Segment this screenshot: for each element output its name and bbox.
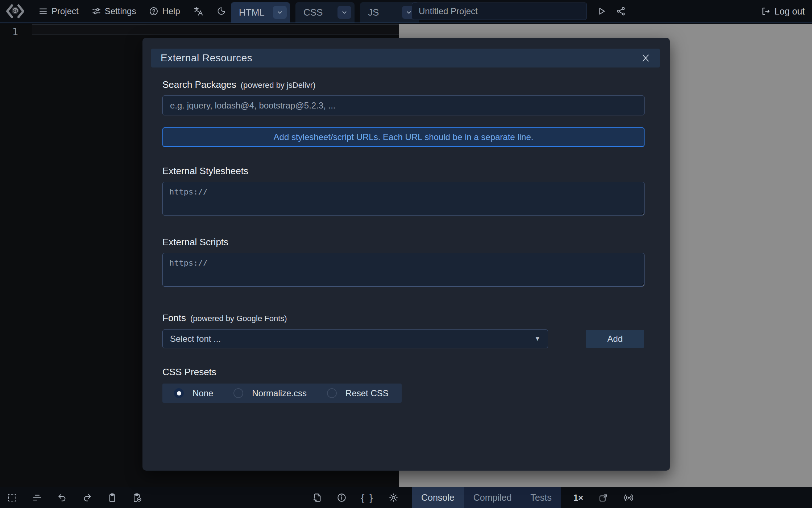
preset-option-none[interactable]: None	[174, 388, 213, 398]
modal-title: External Resources	[161, 52, 641, 64]
hamburger-menu-icon	[38, 7, 48, 16]
open-window-icon[interactable]	[598, 493, 608, 503]
tab-js-label: JS	[368, 7, 379, 18]
external-scripts-textarea[interactable]	[162, 253, 645, 287]
preset-option-reset[interactable]: Reset CSS	[327, 388, 389, 398]
external-stylesheets-label: External Stylesheets	[162, 165, 248, 177]
run-icon[interactable]	[596, 6, 606, 16]
zoom-level[interactable]: 1×	[573, 493, 583, 503]
tab-console[interactable]: Console	[412, 487, 464, 508]
close-icon[interactable]	[641, 53, 650, 63]
radio-icon[interactable]	[233, 388, 243, 398]
search-packages-hint: (powered by jsDelivr)	[241, 81, 316, 90]
app-logo-icon[interactable]	[5, 3, 25, 20]
preset-label: None	[192, 388, 213, 398]
help-icon	[149, 7, 158, 16]
radio-selected-icon[interactable]	[174, 388, 184, 398]
external-resources-modal: External Resources Search Packages (powe…	[142, 38, 670, 471]
dark-mode-moon-icon[interactable]	[216, 7, 226, 16]
project-title-input[interactable]	[412, 3, 587, 20]
tab-tests[interactable]: Tests	[521, 487, 561, 508]
settings-sliders-icon	[92, 7, 101, 16]
add-font-button[interactable]: Add	[586, 330, 644, 348]
broadcast-icon[interactable]	[624, 492, 634, 503]
logout-icon	[761, 7, 770, 16]
share-icon[interactable]	[616, 6, 626, 16]
preset-option-normalize[interactable]: Normalize.css	[233, 388, 307, 398]
info-icon[interactable]	[337, 493, 347, 503]
settings-menu-label: Settings	[105, 6, 136, 16]
tab-css-label: CSS	[303, 7, 323, 18]
clipboard-icon[interactable]	[107, 493, 117, 503]
undo-icon[interactable]	[57, 493, 67, 503]
settings-menu[interactable]: Settings	[92, 6, 136, 16]
chevron-down-icon[interactable]	[273, 6, 287, 19]
font-select[interactable]: Select font ... ▼	[162, 329, 548, 348]
tab-js[interactable]: JS	[360, 2, 419, 22]
editor-line-number: 1	[8, 26, 22, 37]
status-bar: { } Console Compiled Tests 1×	[0, 487, 812, 508]
fonts-hint: (powered by Google Fonts)	[190, 314, 287, 323]
search-packages-label: Search Packages	[162, 79, 236, 90]
logout-label: Log out	[775, 6, 805, 17]
translate-icon[interactable]	[193, 6, 203, 16]
modal-header: External Resources	[151, 49, 660, 67]
preset-label: Reset CSS	[345, 388, 389, 398]
braces-icon[interactable]: { }	[361, 492, 374, 504]
external-stylesheets-textarea[interactable]	[162, 182, 645, 216]
font-select-value: Select font ...	[170, 334, 221, 344]
caret-down-icon: ▼	[534, 335, 540, 343]
editor-current-line[interactable]	[32, 24, 403, 35]
tab-html[interactable]: HTML	[231, 2, 290, 22]
chevron-down-icon[interactable]	[337, 6, 351, 19]
css-presets-label: CSS Presets	[162, 366, 216, 378]
paste-icon[interactable]	[132, 493, 142, 503]
top-bar: Project Settings Help	[0, 0, 812, 23]
css-presets-group: None Normalize.css Reset CSS	[162, 384, 402, 403]
help-menu[interactable]: Help	[149, 6, 180, 16]
file-link-icon[interactable]	[312, 493, 322, 503]
tab-html-label: HTML	[239, 7, 265, 18]
search-packages-input[interactable]	[162, 95, 645, 115]
help-menu-label: Help	[162, 6, 180, 16]
language-tabs: HTML CSS JS	[231, 2, 419, 22]
gear-icon[interactable]	[389, 493, 398, 503]
tab-css[interactable]: CSS	[295, 2, 355, 22]
fonts-label: Fonts	[162, 312, 186, 324]
redo-icon[interactable]	[82, 493, 92, 503]
external-scripts-label: External Scripts	[162, 237, 228, 248]
tab-compiled[interactable]: Compiled	[464, 487, 521, 508]
preset-label: Normalize.css	[252, 388, 307, 398]
tools-tabs: Console Compiled Tests	[412, 487, 561, 508]
project-menu[interactable]: Project	[38, 6, 79, 16]
radio-icon[interactable]	[327, 388, 337, 398]
selection-icon[interactable]	[7, 493, 17, 503]
project-menu-label: Project	[51, 6, 79, 16]
format-icon[interactable]	[32, 493, 42, 503]
logout-button[interactable]: Log out	[761, 0, 805, 22]
add-urls-note-button[interactable]: Add stylesheet/script URLs. Each URL sho…	[162, 127, 645, 147]
